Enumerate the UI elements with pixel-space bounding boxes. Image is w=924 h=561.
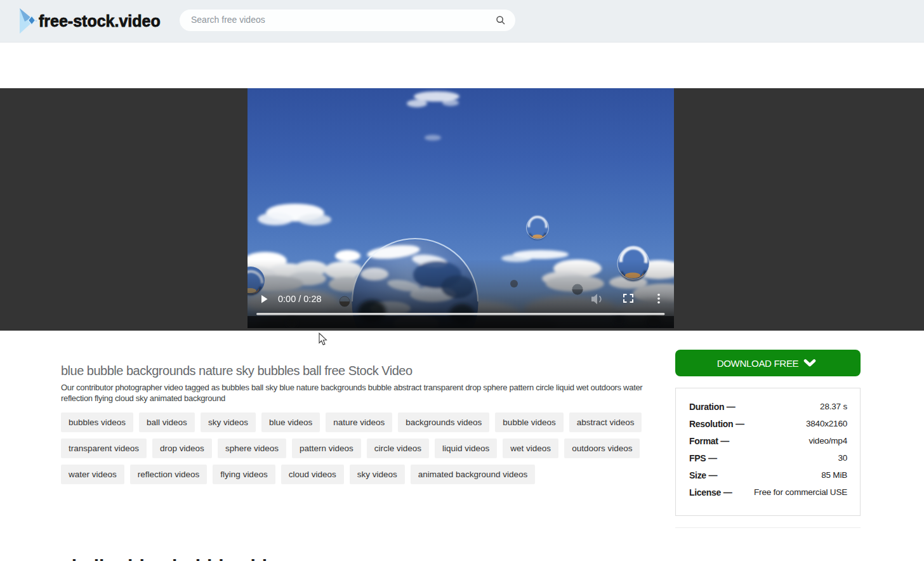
svg-text:0:00 / 0:28: 0:00 / 0:28	[278, 294, 322, 304]
